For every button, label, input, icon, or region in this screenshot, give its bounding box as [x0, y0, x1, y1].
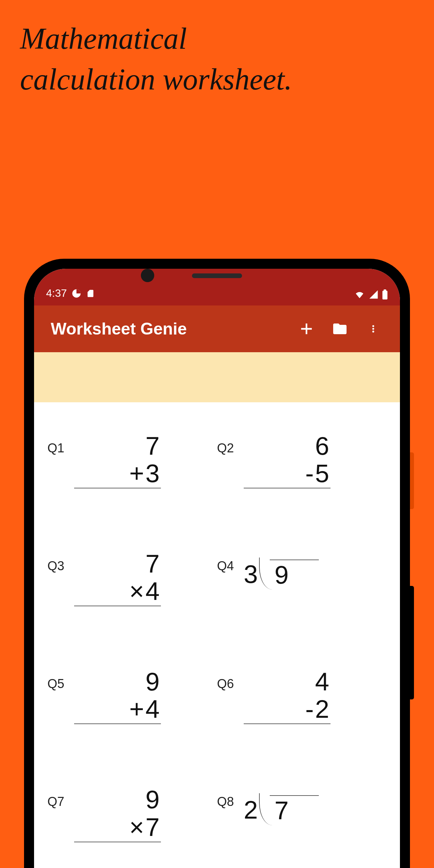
phone-volume-button	[410, 586, 414, 700]
operand-top: 7	[74, 550, 161, 578]
banner-strip	[34, 352, 400, 402]
operand-bottom: ×4	[74, 578, 161, 606]
problem-q6: Q6 4 -2	[217, 668, 386, 724]
folder-icon	[331, 321, 349, 337]
svg-rect-1	[382, 291, 388, 300]
svg-point-5	[372, 325, 374, 327]
question-label: Q3	[48, 550, 74, 573]
signal-icon	[369, 289, 379, 300]
app-bar: Worksheet Genie	[34, 306, 400, 352]
more-vert-icon	[369, 321, 378, 337]
add-button[interactable]	[290, 312, 323, 345]
operand-bottom: -5	[244, 460, 331, 488]
wifi-icon	[354, 289, 365, 300]
phone-speaker	[192, 273, 242, 278]
question-label: Q8	[217, 786, 244, 809]
promo-title-line2: calculation worksheet.	[20, 63, 292, 96]
question-label: Q4	[217, 550, 244, 573]
phone-camera	[141, 269, 154, 282]
operand-bottom: +4	[74, 695, 161, 724]
operand-top: 9	[74, 786, 161, 813]
status-time: 4:37	[46, 287, 67, 300]
operand-bottom: +3	[74, 460, 161, 488]
operand-top: 7	[74, 432, 161, 460]
promo-title: Mathematical calculation worksheet.	[20, 18, 292, 99]
problem-q2: Q2 6 -5	[217, 432, 386, 488]
divisor: 2	[244, 795, 261, 824]
operand-top: 6	[244, 432, 331, 460]
promo-title-line1: Mathematical	[20, 22, 187, 55]
svg-point-7	[372, 331, 374, 333]
folder-button[interactable]	[323, 312, 356, 345]
division-bracket-icon	[259, 793, 272, 825]
svg-rect-2	[383, 289, 386, 291]
timer-icon	[71, 288, 82, 299]
svg-point-6	[372, 328, 374, 330]
dividend: 7	[270, 795, 318, 825]
phone-frame: 4:37 Workshe	[24, 259, 410, 868]
divisor: 3	[244, 560, 261, 589]
phone-screen: 4:37 Workshe	[34, 269, 400, 868]
question-label: Q5	[48, 668, 74, 691]
plus-icon	[299, 321, 314, 337]
question-label: Q2	[217, 432, 244, 455]
operand-top: 9	[74, 668, 161, 695]
operand-bottom: ×7	[74, 814, 161, 842]
division-bracket-icon	[259, 558, 272, 590]
dividend: 9	[270, 560, 318, 589]
phone-power-button	[410, 452, 414, 509]
question-label: Q6	[217, 668, 244, 691]
sd-card-icon	[86, 288, 95, 299]
problem-q1: Q1 7 +3	[48, 432, 217, 488]
problem-q8: Q8 2 7	[217, 786, 386, 842]
more-button[interactable]	[356, 312, 390, 345]
problem-q7: Q7 9 ×7	[48, 786, 217, 842]
battery-icon	[382, 289, 388, 300]
app-title: Worksheet Genie	[51, 319, 290, 339]
problem-q3: Q3 7 ×4	[48, 550, 217, 606]
problem-q5: Q5 9 +4	[48, 668, 217, 724]
worksheet: Q1 7 +3 Q2 6 -5 Q3	[34, 402, 400, 842]
operand-top: 4	[244, 668, 331, 695]
operand-bottom: -2	[244, 695, 331, 724]
question-label: Q7	[48, 786, 74, 809]
problem-q4: Q4 3 9	[217, 550, 386, 606]
question-label: Q1	[48, 432, 74, 455]
